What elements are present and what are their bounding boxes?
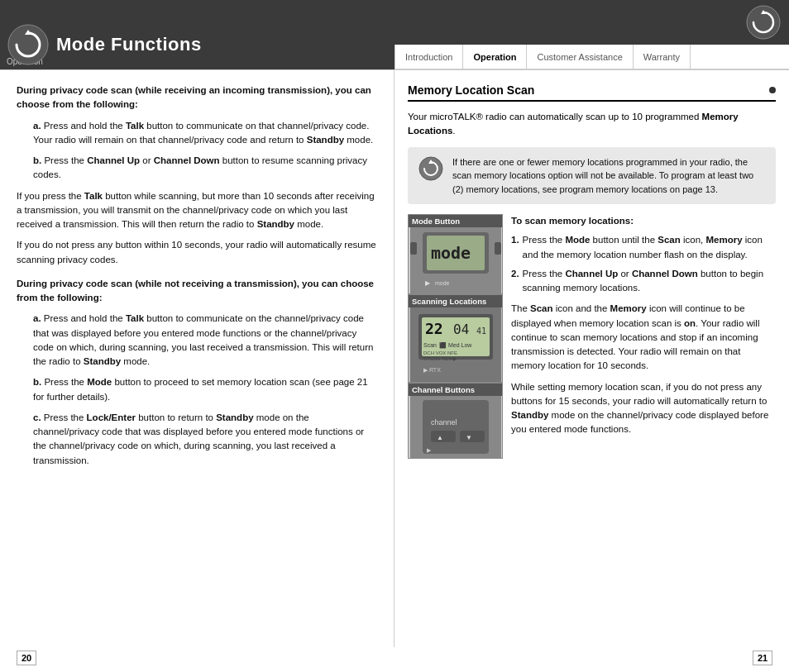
page-title: Mode Functions xyxy=(56,34,202,55)
item-a2-text: Press and hold the Talk button to commun… xyxy=(33,313,373,366)
nav-warranty[interactable]: Warranty xyxy=(634,45,691,69)
mode-icon-right xyxy=(745,4,782,41)
svg-text:mode: mode xyxy=(435,280,450,286)
svg-rect-11 xyxy=(495,242,501,255)
radio-section: Mode Button mode ▶ xyxy=(408,214,776,459)
header-right: Introduction Operation Customer Assistan… xyxy=(394,0,789,69)
svg-text:⬛ Med Low: ⬛ Med Low xyxy=(439,341,472,349)
svg-rect-10 xyxy=(410,242,417,255)
item-a1-label: a. xyxy=(33,121,44,131)
svg-text:channel: channel xyxy=(431,418,457,427)
channel-buttons-label: Channel Buttons xyxy=(409,384,502,396)
info-text: If there are one or fewer memory locatio… xyxy=(452,155,766,197)
item-a1: a. Press and hold the Talk button to com… xyxy=(17,119,377,148)
memory-title: Memory Location Scan xyxy=(408,83,776,102)
mode-button-image: mode ▶ mode xyxy=(409,227,502,293)
item-c2-text: Press the Lock/Enter button to return to… xyxy=(33,412,364,465)
step1: 1. Press the Mode button until the Scan … xyxy=(511,233,776,262)
item-c2-label: c. xyxy=(33,412,44,422)
main-content: During privacy code scan (while receivin… xyxy=(0,70,789,647)
item-b2-label: b. xyxy=(33,377,44,387)
channel-buttons-image: channel ▲ ▼ ▶ xyxy=(409,396,502,458)
svg-text:41: 41 xyxy=(476,326,486,336)
nav-operation[interactable]: Operation xyxy=(463,45,527,69)
scanning-locations-box: Scanning Locations 22 04 41 Scan xyxy=(408,294,503,383)
header-right-top xyxy=(394,0,789,45)
svg-rect-29 xyxy=(460,431,485,442)
header-left: Operation Mode Functions xyxy=(0,0,394,69)
svg-text:22: 22 xyxy=(425,320,443,337)
step2: 2. Press the Channel Up or Channel Down … xyxy=(511,267,776,296)
svg-text:▲: ▲ xyxy=(437,434,443,441)
step2-text: Press the Channel Up or Channel Down but… xyxy=(523,267,776,296)
left-panel: During privacy code scan (while receivin… xyxy=(0,70,394,647)
step1-text: Press the Mode button until the Scan ico… xyxy=(523,233,776,262)
item-a2: a. Press and hold the Talk button to com… xyxy=(17,312,377,369)
right-panel: Memory Location Scan Your microTALK® rad… xyxy=(394,70,789,647)
scanning-locations-image: 22 04 41 Scan ⬛ Med Low DCH VOX NFE CTCS… xyxy=(409,307,502,382)
svg-text:CTCSS NEW▶: CTCSS NEW▶ xyxy=(423,356,457,361)
para1: If you press the Talk button while scann… xyxy=(17,189,377,232)
nav-customer-assistance[interactable]: Customer Assistance xyxy=(527,45,633,69)
mode-icon-left xyxy=(7,23,50,66)
memory-title-dot xyxy=(769,87,776,93)
mode-button-label: Mode Button xyxy=(409,215,502,227)
header-left-inner: Mode Functions xyxy=(7,23,202,66)
scanning-locations-label: Scanning Locations xyxy=(409,295,502,307)
step1-num: 1. xyxy=(511,233,519,262)
svg-text:Scan: Scan xyxy=(423,342,437,348)
mode-button-box: Mode Button mode ▶ xyxy=(408,214,503,294)
item-c2: c. Press the Lock/Enter button to return… xyxy=(17,411,377,468)
item-b1-label: b. xyxy=(33,155,44,165)
item-b2-text: Press the Mode button to proceed to set … xyxy=(33,377,368,401)
page-footer: 20 21 xyxy=(0,647,789,672)
item-b1-text: Press the Channel Up or Channel Down but… xyxy=(33,155,367,179)
memory-title-text: Memory Location Scan xyxy=(408,83,534,97)
page-number-right: 21 xyxy=(753,651,772,665)
right-panel-content: Memory Location Scan Your microTALK® rad… xyxy=(408,83,776,459)
svg-rect-28 xyxy=(431,431,456,442)
item-a1-text: Press and hold the Talk button to commun… xyxy=(33,121,373,145)
svg-text:▶ RTX: ▶ RTX xyxy=(423,367,441,373)
svg-text:▼: ▼ xyxy=(466,434,472,441)
para2: If you do not press any button within 10… xyxy=(17,238,377,267)
info-box: If there are one or fewer memory locatio… xyxy=(408,147,776,205)
svg-text:mode: mode xyxy=(431,243,471,263)
left-panel-content: During privacy code scan (while receivin… xyxy=(17,83,377,468)
memory-intro: Your microTALK® radio can automatically … xyxy=(408,110,776,139)
step2-num: 2. xyxy=(511,267,519,296)
svg-text:▶: ▶ xyxy=(425,279,431,287)
header: Operation Mode Functions xyxy=(0,0,789,70)
svg-text:DCH VOX NFE: DCH VOX NFE xyxy=(423,350,457,355)
item-a2-label: a. xyxy=(33,313,44,323)
channel-buttons-box: Channel Buttons channel ▲ ▼ ▶ xyxy=(408,383,503,459)
nav-introduction[interactable]: Introduction xyxy=(394,45,463,69)
info-icon xyxy=(418,155,444,182)
page-number-left: 20 xyxy=(17,651,36,665)
radio-images-column: Mode Button mode ▶ xyxy=(408,214,503,459)
section1-heading: During privacy code scan (while receivin… xyxy=(17,83,377,112)
svg-rect-26 xyxy=(423,400,489,454)
item-b2: b. Press the Mode button to proceed to s… xyxy=(17,375,377,404)
svg-text:04: 04 xyxy=(453,322,469,337)
item-b1: b. Press the Channel Up or Channel Down … xyxy=(17,154,377,183)
header-nav: Introduction Operation Customer Assistan… xyxy=(394,45,789,69)
section2-heading: During privacy code scan (while not rece… xyxy=(17,277,377,306)
